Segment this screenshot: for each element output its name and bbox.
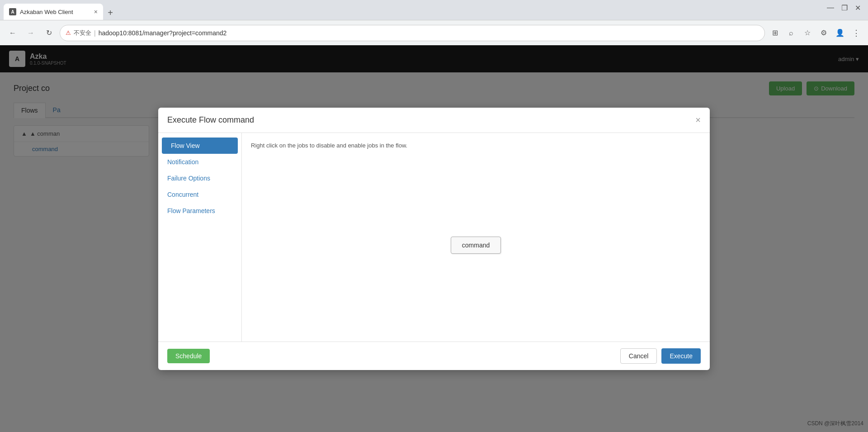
flow-node[interactable]: command	[451, 237, 501, 254]
flow-description: Right click on the jobs to disable and e…	[251, 142, 701, 149]
window-close-button[interactable]: ✕	[855, 4, 861, 12]
modal-footer: Schedule Cancel Execute	[158, 342, 710, 370]
window-controls: — ❐ ✕	[827, 4, 861, 12]
execute-button[interactable]: Execute	[661, 348, 701, 364]
address-separator: |	[94, 29, 96, 37]
tab-close-button[interactable]: ×	[94, 8, 98, 15]
modal-title: Execute Flow command	[167, 115, 254, 125]
modal: Execute Flow command × Flow View Notific…	[158, 108, 710, 370]
modal-overlay: Execute Flow command × Flow View Notific…	[0, 45, 868, 432]
browser-profile-icon[interactable]: 👤	[834, 27, 846, 39]
sidebar-item-concurrent[interactable]: Concurrent	[158, 186, 241, 203]
sidebar-item-notification[interactable]: Notification	[158, 154, 241, 170]
browser-bookmark-icon[interactable]: ☆	[801, 27, 814, 39]
modal-content: Right click on the jobs to disable and e…	[242, 133, 710, 342]
insecure-label: 不安全	[74, 29, 91, 37]
window-minimize-button[interactable]: —	[827, 4, 834, 12]
modal-sidebar: Flow View Notification Failure Options C…	[158, 133, 242, 342]
nav-back-button[interactable]: ←	[5, 26, 20, 40]
sidebar-item-flow-parameters[interactable]: Flow Parameters	[158, 203, 241, 219]
browser-menu-icon[interactable]: ⋮	[850, 27, 863, 39]
browser-tab-bar: A Azkaban Web Client × +	[0, 0, 868, 20]
browser-toolbar: ← → ↻ ⚠ 不安全 | hadoop10:8081/manager?proj…	[0, 20, 868, 45]
nav-forward-button[interactable]: →	[24, 26, 38, 40]
sidebar-item-flow-view[interactable]: Flow View	[162, 138, 238, 154]
modal-body: Flow View Notification Failure Options C…	[158, 133, 710, 342]
browser-search-icon[interactable]: ⌕	[785, 27, 797, 39]
window-maximize-button[interactable]: ❐	[841, 4, 848, 12]
app-background: A Azka 0.1.0-SNAPSHOT admin ▾ Project co…	[0, 45, 868, 432]
nav-reload-button[interactable]: ↻	[42, 26, 56, 40]
address-url: hadoop10:8081/manager?project=command2	[99, 29, 759, 37]
sidebar-item-failure-options[interactable]: Failure Options	[158, 170, 241, 186]
browser-tab[interactable]: A Azkaban Web Client ×	[4, 4, 103, 20]
schedule-button[interactable]: Schedule	[167, 349, 210, 363]
new-tab-button[interactable]: +	[103, 5, 118, 20]
modal-header: Execute Flow command ×	[158, 108, 710, 133]
modal-close-button[interactable]: ×	[695, 115, 701, 125]
browser-chrome: A Azkaban Web Client × + ← → ↻ ⚠ 不安全 | h…	[0, 0, 868, 45]
tab-favicon: A	[9, 8, 16, 15]
browser-translate-icon[interactable]: ⊞	[769, 27, 781, 39]
security-warning-icon: ⚠	[66, 29, 71, 36]
browser-extensions-icon[interactable]: ⚙	[817, 27, 830, 39]
footer-right-actions: Cancel Execute	[620, 348, 701, 364]
flow-canvas: command	[251, 158, 701, 332]
tab-title: Azkaban Web Client	[20, 9, 90, 15]
cancel-button[interactable]: Cancel	[620, 348, 657, 364]
address-bar[interactable]: ⚠ 不安全 | hadoop10:8081/manager?project=co…	[60, 25, 765, 41]
